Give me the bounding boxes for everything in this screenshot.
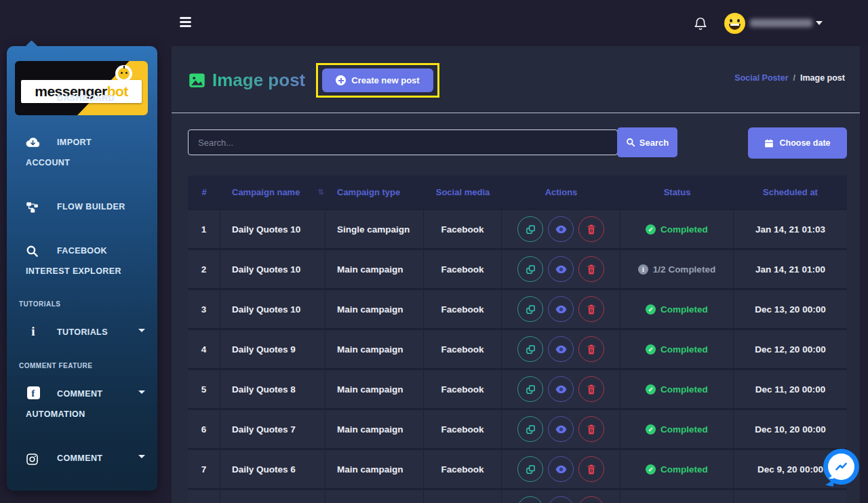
copy-icon [526, 384, 536, 395]
view-campaign-button[interactable] [548, 296, 574, 322]
status-icon [646, 424, 656, 435]
cell-actions [502, 490, 620, 503]
choose-date-button[interactable]: Choose date [748, 127, 847, 159]
cell-campaign-type: Main campaign [326, 490, 424, 503]
image-post-icon [188, 71, 206, 89]
cell-social-media: Facebook [424, 250, 502, 288]
search-icon [26, 245, 41, 258]
messenger-chat-bubble[interactable] [823, 449, 859, 485]
table-row: 8 Daily Quotes 5 Main campaign Facebook … [188, 490, 847, 503]
cell-campaign-type: Main campaign [326, 290, 424, 328]
trash-icon [587, 304, 596, 315]
user-menu-chevron-down-icon[interactable] [816, 21, 823, 25]
delete-campaign-button[interactable] [578, 456, 604, 482]
sidebar-item-flow-builder[interactable]: FLOW BUILDER [7, 192, 157, 222]
cell-status: Completed [620, 210, 734, 248]
info-icon: i [26, 323, 41, 343]
delete-campaign-button[interactable] [578, 496, 604, 503]
notifications-bell-icon[interactable] [693, 16, 708, 32]
clone-campaign-button[interactable] [517, 376, 543, 402]
cell-scheduled-at: Dec 12, 20 00:00 [734, 330, 847, 368]
cell-actions [502, 250, 620, 288]
eye-icon [555, 345, 567, 354]
sidebar-menu: DASHBOARD IMPORT ACCOUNT FLOW BUILDER FA… [7, 67, 157, 473]
user-avatar[interactable] [724, 13, 745, 34]
breadcrumb: Social Poster/Image post [734, 73, 845, 83]
table-row: 2 Daily Quotes 10 Main campaign Facebook… [188, 250, 847, 288]
cell-actions [502, 330, 620, 368]
clone-campaign-button[interactable] [517, 296, 543, 322]
cell-status: Completed [620, 450, 734, 488]
view-campaign-button[interactable] [548, 216, 574, 242]
cell-campaign-name: Daily Quotes 7 [220, 410, 326, 448]
delete-campaign-button[interactable] [578, 256, 604, 282]
flame-icon [26, 92, 41, 106]
column-header-campaign-name[interactable]: Campaign name⇅ [220, 176, 326, 209]
column-header-status[interactable]: Status [620, 176, 734, 209]
column-header-social-media[interactable]: Social media [424, 176, 502, 209]
sidebar-item-facebook-interest-explorer[interactable]: FACEBOOK INTEREST EXPLORER [7, 236, 157, 286]
column-header-scheduled-at[interactable]: Scheduled at [734, 176, 847, 209]
status-icon [646, 304, 656, 315]
eye-icon [555, 385, 567, 394]
cell-row-number: 1 [188, 210, 220, 248]
copy-icon [526, 224, 536, 235]
cell-campaign-type: Main campaign [326, 250, 424, 288]
breadcrumb-social-poster-link[interactable]: Social Poster [734, 73, 788, 83]
sidebar-item-dashboard[interactable]: DASHBOARD [7, 83, 157, 113]
column-header-number[interactable]: # [188, 176, 220, 209]
create-new-post-label: Create new post [351, 75, 419, 85]
clone-campaign-button[interactable] [517, 496, 543, 503]
search-input[interactable] [188, 129, 618, 155]
status-badge: Completed [646, 304, 708, 315]
copy-icon [526, 304, 536, 315]
status-label: Completed [660, 344, 708, 355]
table-row: 6 Daily Quotes 7 Main campaign Facebook … [188, 410, 847, 448]
cell-social-media: Facebook [424, 490, 502, 503]
clone-campaign-button[interactable] [517, 216, 543, 242]
trash-icon [587, 264, 596, 275]
trash-icon [587, 384, 596, 395]
cell-scheduled-at: Jan 14, 21 01:00 [734, 250, 847, 288]
status-label: Completed [660, 464, 708, 475]
view-campaign-button[interactable] [548, 256, 574, 282]
copy-icon [526, 344, 536, 355]
delete-campaign-button[interactable] [578, 216, 604, 242]
view-campaign-button[interactable] [548, 376, 574, 402]
view-campaign-button[interactable] [548, 416, 574, 442]
cell-social-media: Facebook [424, 370, 502, 408]
view-campaign-button[interactable] [548, 456, 574, 482]
delete-campaign-button[interactable] [578, 296, 604, 322]
status-badge: 1/2 Completed [638, 264, 715, 275]
hamburger-menu-icon[interactable] [180, 17, 192, 29]
column-header-campaign-type[interactable]: Campaign type [326, 176, 424, 209]
create-new-post-button[interactable]: Create new post [322, 68, 433, 92]
sidebar-item-tutorials[interactable]: iTUTORIALS [7, 317, 157, 348]
clone-campaign-button[interactable] [517, 456, 543, 482]
view-campaign-button[interactable] [548, 336, 574, 362]
search-row: Search Choose date [188, 127, 847, 159]
plus-icon [336, 75, 346, 85]
clone-campaign-button[interactable] [517, 256, 543, 282]
status-icon [646, 224, 656, 235]
sort-icon[interactable]: ⇅ [317, 188, 323, 197]
delete-campaign-button[interactable] [578, 376, 604, 402]
clone-campaign-button[interactable] [517, 336, 543, 362]
sidebar-item-comment-automation-facebook[interactable]: fCOMMENT AUTOMATION [7, 379, 157, 430]
cell-social-media: Facebook [424, 290, 502, 328]
delete-campaign-button[interactable] [578, 336, 604, 362]
clone-campaign-button[interactable] [517, 416, 543, 442]
cell-social-media: Facebook [424, 330, 502, 368]
copy-icon [526, 424, 536, 435]
cell-campaign-type: Single campaign [326, 210, 424, 248]
view-campaign-button[interactable] [548, 496, 574, 503]
search-button[interactable]: Search [617, 127, 677, 157]
delete-campaign-button[interactable] [578, 416, 604, 442]
trash-icon [587, 464, 596, 475]
status-badge: Completed [646, 224, 708, 235]
sidebar-item-import-account[interactable]: IMPORT ACCOUNT [7, 127, 157, 178]
status-label: Completed [660, 424, 708, 435]
status-icon [638, 264, 648, 275]
sidebar-item-comment-instagram[interactable]: COMMENT [7, 443, 157, 473]
cell-campaign-type: Main campaign [326, 370, 424, 408]
